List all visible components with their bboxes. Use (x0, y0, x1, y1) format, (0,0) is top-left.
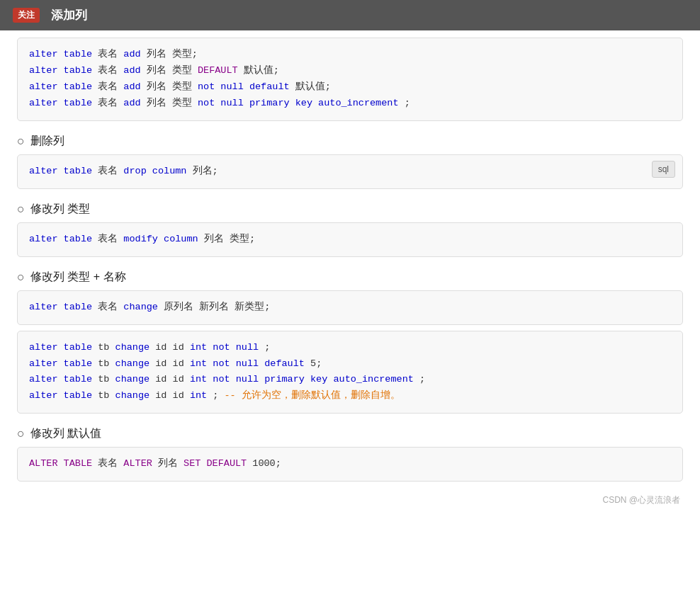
code-block-drop-column: sql alter table 表名 drop column 列名; (17, 154, 683, 189)
section-label: 修改列 默认值 (30, 426, 101, 441)
kw: add (123, 49, 140, 59)
bullet-icon: ○ (17, 134, 25, 149)
kw: modify column (123, 234, 198, 244)
code-line-1: alter table 表名 change 原列名 新列名 新类型; (29, 300, 671, 316)
code-block-modify-type: alter table 表名 modify column 列名 类型; (17, 222, 683, 257)
code-block-add-column: alter table 表名 add 列名 类型; alter table 表名… (17, 38, 683, 121)
kw: alter table (29, 234, 92, 244)
section-label: 修改列 类型 + 名称 (30, 270, 126, 285)
code-line-4: alter table 表名 add 列名 类型 not null primar… (29, 96, 671, 112)
kw: change (115, 358, 150, 369)
section-title-drop-column: ○ 删除列 (17, 134, 683, 149)
cn: DEFAULT (198, 65, 238, 76)
bullet-icon: ○ (17, 270, 25, 285)
kw: int (190, 374, 207, 385)
section-title-alter-default: ○ 修改列 默认值 (17, 426, 683, 441)
section-modify-type: ○ 修改列 类型 alter table 表名 modify column 列名… (17, 202, 683, 257)
bullet-icon: ○ (17, 202, 25, 217)
kw: drop column (123, 166, 186, 176)
section-label: 修改列 类型 (30, 202, 90, 217)
kw: alter table (29, 302, 92, 312)
note-badge[interactable]: 关注 (13, 8, 40, 23)
kw: change (115, 390, 150, 401)
kw: int (190, 358, 207, 369)
comment: -- 允许为空，删除默认值，删除自增。 (225, 390, 400, 401)
kw: alter table (29, 98, 92, 108)
code-line-3: alter table 表名 add 列名 类型 not null defaul… (29, 79, 671, 96)
kw: alter table (29, 342, 92, 353)
cn: SET DEFAULT (184, 458, 247, 469)
kw: change (115, 374, 150, 385)
kw: alter table (29, 81, 92, 92)
code-line-2: alter table 表名 add 列名 类型 DEFAULT 默认值; (29, 63, 671, 79)
kw: add (123, 81, 140, 92)
kw: not null primary key auto_increment (198, 98, 399, 108)
page-wrapper: 关注 添加列 alter table 表名 add 列名 类型; alter t… (0, 0, 700, 609)
bullet-icon: ○ (17, 426, 25, 441)
section-alter-default: ○ 修改列 默认值 ALTER TABLE 表名 ALTER 列名 SET DE… (17, 426, 683, 482)
code-line-1: alter table 表名 modify column 列名 类型; (29, 232, 671, 248)
kw: not null (213, 342, 259, 353)
kw: not null primary key auto_increment (213, 374, 414, 385)
cn: ALTER TABLE (29, 458, 92, 469)
section-title-modify-type: ○ 修改列 类型 (17, 202, 683, 217)
kw: int (190, 342, 207, 353)
kw: not null default (213, 358, 305, 369)
kw: add (123, 98, 140, 108)
kw: alter table (29, 166, 92, 176)
code-line-1: alter table tb change id id int not null… (29, 340, 671, 356)
kw: alter table (29, 374, 92, 385)
kw: change (123, 302, 158, 312)
csdn-watermark: CSDN @心灵流浪者 (17, 494, 683, 506)
section-add-column: alter table 表名 add 列名 类型; alter table 表名… (17, 38, 683, 121)
section-drop-column: ○ 删除列 sql alter table 表名 drop column 列名; (17, 134, 683, 189)
kw: alter table (29, 49, 92, 59)
code-line-1: ALTER TABLE 表名 ALTER 列名 SET DEFAULT 1000… (29, 456, 671, 472)
sql-badge: sql (652, 161, 675, 178)
code-line-1: alter table 表名 drop column 列名; (29, 164, 671, 180)
code-block-change-column-1: alter table 表名 change 原列名 新列名 新类型; (17, 290, 683, 325)
code-block-change-column-2: alter table tb change id id int not null… (17, 331, 683, 414)
kw: alter table (29, 390, 92, 401)
kw: not null default (198, 81, 290, 92)
page-header: 关注 添加列 (0, 0, 700, 30)
kw: add (123, 65, 140, 76)
code-block-alter-default: ALTER TABLE 表名 ALTER 列名 SET DEFAULT 1000… (17, 447, 683, 482)
cn: ALTER (123, 458, 152, 469)
section-change-column: ○ 修改列 类型 + 名称 alter table 表名 change 原列名 … (17, 270, 683, 414)
page-title: 添加列 (51, 7, 87, 23)
kw: int (190, 390, 207, 401)
code-line-1: alter table 表名 add 列名 类型; (29, 47, 671, 63)
code-line-2: alter table tb change id id int not null… (29, 356, 671, 372)
content-area: alter table 表名 add 列名 类型; alter table 表名… (0, 30, 700, 528)
kw: alter table (29, 65, 92, 76)
section-title-change-column: ○ 修改列 类型 + 名称 (17, 270, 683, 285)
section-label: 删除列 (30, 134, 64, 149)
code-line-3: alter table tb change id id int not null… (29, 372, 671, 388)
code-line-4: alter table tb change id id int ; -- 允许为… (29, 388, 671, 404)
kw: alter table (29, 358, 92, 369)
kw: change (115, 342, 150, 353)
